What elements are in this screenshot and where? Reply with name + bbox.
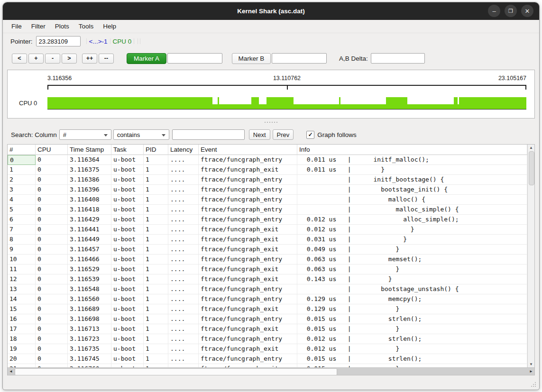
cpu0-activity-segment[interactable] (47, 97, 212, 109)
cpu0-activity-segment[interactable] (459, 97, 526, 109)
cell-cpu[interactable]: 0 (36, 215, 68, 225)
cell-info[interactable]: 0.012 us | } (297, 225, 527, 235)
cell-cpu[interactable]: 0 (36, 175, 68, 185)
cell-cpu[interactable]: 0 (36, 155, 68, 165)
cell-timestamp[interactable]: 3.116364 (68, 155, 111, 165)
cell-cpu[interactable]: 0 (36, 195, 68, 205)
cell-event[interactable]: ftrace/funcgraph_entry (199, 255, 297, 264)
cell-info[interactable]: 0.031 us | } (297, 235, 527, 245)
search-operator-select[interactable]: contains (113, 129, 169, 140)
cell-task[interactable]: u-boot (111, 235, 144, 245)
cell-pid[interactable]: 1 (144, 175, 168, 185)
table-row[interactable]: 103.116375u-boot1....ftrace/funcgraph_ex… (8, 165, 527, 175)
cell-latency[interactable]: .... (168, 235, 199, 245)
cell-pid[interactable]: 1 (144, 344, 168, 354)
cell-num[interactable]: 12 (8, 274, 36, 284)
cell-event[interactable]: ftrace/funcgraph_entry (199, 195, 297, 205)
cell-cpu[interactable]: 0 (36, 314, 68, 324)
cell-info[interactable]: 0.015 us | } (297, 324, 527, 334)
cell-task[interactable]: u-boot (111, 155, 144, 165)
table-row[interactable]: 1503.116689u-boot1....ftrace/funcgraph_e… (8, 304, 527, 314)
cell-event[interactable]: ftrace/funcgraph_exit (199, 344, 297, 354)
cell-task[interactable]: u-boot (111, 215, 144, 225)
scroll-right-icon[interactable]: ► (528, 368, 534, 375)
pointer-input[interactable] (36, 36, 81, 46)
nav-zoom-in-button[interactable]: + (28, 54, 44, 64)
cell-num[interactable]: 19 (8, 344, 36, 354)
cell-num[interactable]: 11 (8, 264, 36, 274)
cell-info[interactable]: | initf_bootstage() { (297, 175, 527, 185)
cell-latency[interactable]: .... (168, 314, 199, 324)
cell-info[interactable]: 0.129 us | } (297, 304, 527, 314)
cell-timestamp[interactable]: 3.116760 (68, 364, 111, 367)
cell-pid[interactable]: 1 (144, 215, 168, 225)
cell-pid[interactable]: 1 (144, 235, 168, 245)
marker-a-button[interactable]: Marker A (127, 53, 166, 64)
cell-info[interactable]: | bootstage_init() { (297, 185, 527, 195)
table-row[interactable]: 1203.116539u-boot1....ftrace/funcgraph_e… (8, 274, 527, 284)
cell-pid[interactable]: 1 (144, 284, 168, 294)
cell-event[interactable]: ftrace/funcgraph_exit (199, 364, 297, 367)
cell-info[interactable]: 0.129 us | memcpy(); (297, 294, 527, 304)
column-header-timestamp[interactable]: Time Stamp (68, 145, 111, 155)
cell-info[interactable]: 0.063 us | memset(); (297, 255, 527, 264)
cell-task[interactable]: u-boot (111, 274, 144, 284)
cell-pid[interactable]: 1 (144, 245, 168, 255)
cpu0-activity-bar[interactable] (47, 97, 526, 109)
cell-latency[interactable]: .... (168, 304, 199, 314)
table-row[interactable]: 803.116449u-boot1....ftrace/funcgraph_ex… (8, 235, 527, 245)
cell-latency[interactable]: .... (168, 215, 199, 225)
column-header-pid[interactable]: PID (144, 145, 168, 155)
splitter-handle[interactable] (3, 119, 539, 126)
cell-info[interactable]: 0.011 us | initf_malloc(); (297, 155, 527, 165)
cell-info[interactable]: 0.015 us | strlen(); (297, 314, 527, 324)
marker-a-input[interactable] (167, 53, 222, 64)
cell-latency[interactable]: .... (168, 195, 199, 205)
cell-pid[interactable]: 1 (144, 314, 168, 324)
cell-info[interactable]: 0.011 us | } (297, 165, 527, 175)
table-row[interactable]: 1903.116735u-boot1....ftrace/funcgraph_e… (8, 344, 527, 354)
cell-timestamp[interactable]: 3.116386 (68, 175, 111, 185)
cell-task[interactable]: u-boot (111, 284, 144, 294)
cell-event[interactable]: ftrace/funcgraph_entry (199, 155, 297, 165)
table-row[interactable]: 303.116396u-boot1....ftrace/funcgraph_en… (8, 185, 527, 195)
cell-timestamp[interactable]: 3.116408 (68, 195, 111, 205)
cell-event[interactable]: ftrace/funcgraph_entry (199, 314, 297, 324)
nav-zoom-out-button[interactable]: - (45, 54, 60, 64)
cell-timestamp[interactable]: 3.116375 (68, 165, 111, 175)
cell-latency[interactable]: .... (168, 175, 199, 185)
cell-task[interactable]: u-boot (111, 245, 144, 255)
cell-latency[interactable]: .... (168, 245, 199, 255)
column-header-num[interactable]: # (8, 145, 36, 155)
cpu0-activity-segment[interactable] (386, 97, 407, 109)
cell-num[interactable]: 0 (8, 155, 36, 165)
cell-task[interactable]: u-boot (111, 255, 144, 264)
table-row[interactable]: 1803.116723u-boot1....ftrace/funcgraph_e… (8, 334, 527, 344)
menu-item-tools[interactable]: Tools (75, 21, 98, 31)
cell-timestamp[interactable]: 3.116548 (68, 284, 111, 294)
cell-task[interactable]: u-boot (111, 324, 144, 334)
cell-event[interactable]: ftrace/funcgraph_exit (199, 274, 297, 284)
cell-timestamp[interactable]: 3.116418 (68, 205, 111, 215)
cell-timestamp[interactable]: 3.116449 (68, 235, 111, 245)
cell-num[interactable]: 4 (8, 195, 36, 205)
cell-task[interactable]: u-boot (111, 364, 144, 367)
cell-timestamp[interactable]: 3.116539 (68, 274, 111, 284)
cell-task[interactable]: u-boot (111, 205, 144, 215)
cell-pid[interactable]: 1 (144, 185, 168, 195)
cell-latency[interactable]: .... (168, 344, 199, 354)
column-header-latency[interactable]: Latency (168, 145, 199, 155)
cell-timestamp[interactable]: 3.116560 (68, 294, 111, 304)
table-row[interactable]: 2103.116760u-boot1....ftrace/funcgraph_e… (8, 364, 527, 367)
cell-latency[interactable]: .... (168, 284, 199, 294)
search-next-button[interactable]: Next (249, 129, 270, 140)
maximize-icon[interactable]: ❐ (505, 5, 517, 17)
cell-cpu[interactable]: 0 (36, 255, 68, 264)
cell-cpu[interactable]: 0 (36, 304, 68, 314)
cell-task[interactable]: u-boot (111, 175, 144, 185)
cell-pid[interactable]: 1 (144, 155, 168, 165)
cell-cpu[interactable]: 0 (36, 354, 68, 364)
cell-timestamp[interactable]: 3.116396 (68, 185, 111, 195)
cell-pid[interactable]: 1 (144, 225, 168, 235)
vertical-scrollbar[interactable]: ▲ ▼ (527, 145, 534, 367)
